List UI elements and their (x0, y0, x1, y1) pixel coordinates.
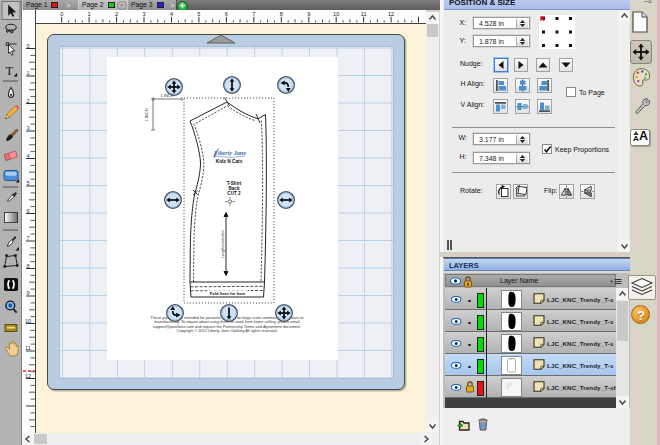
svg-text:6: 6 (26, 208, 29, 214)
svg-text:11: 11 (25, 345, 31, 351)
svg-text:10: 10 (333, 11, 339, 17)
svg-text:2: 2 (26, 98, 29, 104)
svg-text:11: 11 (361, 11, 367, 17)
svg-text:0: 0 (26, 43, 29, 49)
svg-text:5: 5 (26, 180, 29, 186)
svg-text:4: 4 (26, 153, 29, 159)
svg-text:5: 5 (197, 11, 200, 17)
svg-text:Kidz N Cats: Kidz N Cats (216, 159, 243, 164)
svg-text:Lengthen/shorten: Lengthen/shorten (221, 230, 225, 258)
svg-text:8: 8 (280, 11, 283, 17)
svg-text:12: 12 (388, 11, 394, 17)
svg-text:Copyright © 2015 Liberty Jane: Copyright © 2015 Liberty Jane Clothing A… (176, 328, 277, 333)
svg-text:1: 1 (26, 70, 29, 76)
svg-text:2: 2 (115, 11, 118, 17)
svg-text:10: 10 (25, 318, 31, 324)
svg-text:7: 7 (26, 235, 29, 241)
svg-text:T-Shirt: T-Shirt (227, 181, 242, 186)
svg-text:3: 3 (26, 125, 29, 131)
svg-text:1 INCH: 1 INCH (144, 108, 149, 121)
svg-text:CUT 2: CUT 2 (227, 191, 241, 196)
svg-text:9: 9 (26, 290, 29, 296)
svg-text:6: 6 (225, 11, 228, 17)
svg-text:7: 7 (252, 11, 255, 17)
svg-text:3: 3 (142, 11, 145, 17)
svg-text:4: 4 (170, 11, 173, 17)
svg-text:1: 1 (88, 11, 91, 17)
svg-text:8: 8 (26, 263, 29, 269)
svg-text:12: 12 (25, 373, 31, 379)
svg-text:0: 0 (60, 11, 63, 17)
svg-text:T: T (6, 64, 14, 78)
svg-text:9: 9 (307, 11, 310, 17)
svg-text:Fold lines for hem: Fold lines for hem (210, 291, 246, 296)
